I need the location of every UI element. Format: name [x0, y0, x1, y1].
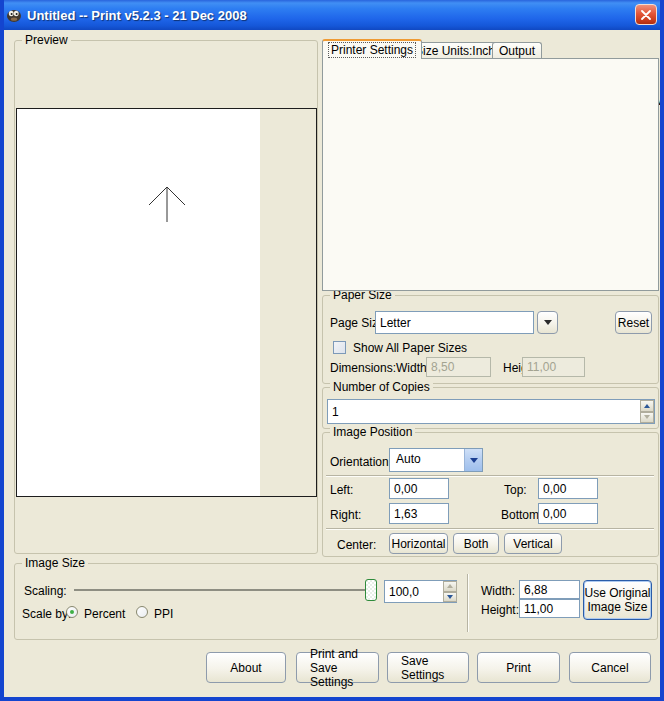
paper-width-field	[426, 357, 491, 377]
show-all-paper-sizes-label: Show All Paper Sizes	[353, 341, 467, 355]
center-vertical-button[interactable]: Vertical	[504, 533, 562, 554]
app-wilber-icon	[6, 7, 22, 23]
ppi-radio[interactable]	[136, 606, 148, 618]
tab-label: Output	[499, 44, 535, 58]
image-width-field[interactable]	[519, 580, 580, 599]
chevron-down-icon	[544, 320, 552, 325]
window-title: Untitled -- Print v5.2.3 - 21 Dec 2008	[27, 8, 247, 23]
scaling-label: Scaling:	[24, 584, 67, 598]
page-size-dropdown-button[interactable]	[537, 311, 558, 334]
orientation-arrow-icon	[147, 185, 187, 225]
percent-radio[interactable]	[66, 606, 78, 618]
orientation-combo[interactable]: Auto	[389, 448, 483, 472]
print-and-save-settings-button[interactable]: Print and Save Settings	[296, 652, 379, 683]
title-bar[interactable]: Untitled -- Print v5.2.3 - 21 Dec 2008	[0, 0, 664, 30]
preview-legend: Preview	[22, 33, 71, 47]
dimensions-width-label: Dimensions:Width:	[330, 361, 430, 375]
right-field[interactable]	[389, 503, 449, 524]
spin-down-icon[interactable]	[640, 412, 654, 424]
center-horizontal-button[interactable]: Horizontal	[389, 533, 448, 554]
separator	[326, 528, 654, 530]
print-button[interactable]: Print	[477, 652, 560, 683]
orientation-label: Orientation:	[330, 455, 392, 469]
center-label: Center:	[337, 538, 376, 552]
show-all-paper-sizes-checkbox[interactable]	[333, 341, 346, 354]
page-size-combo-entry[interactable]	[375, 311, 534, 334]
image-height-field[interactable]	[519, 599, 580, 618]
copies-spin-entry[interactable]	[327, 399, 655, 424]
left-field[interactable]	[389, 478, 449, 499]
copies-legend: Number of Copies	[330, 380, 433, 394]
close-icon	[641, 10, 651, 20]
scaling-spinner[interactable]	[443, 581, 457, 602]
spin-down-icon[interactable]	[443, 592, 457, 603]
tab-label: Printer Settings	[329, 43, 415, 57]
scaling-slider-handle[interactable]	[365, 579, 377, 601]
scale-by-label: Scale by:	[22, 607, 71, 621]
use-original-image-size-button[interactable]: Use Original Image Size	[583, 580, 652, 620]
preview-frame	[16, 108, 317, 497]
tab-label: Size Units:Inch	[415, 44, 495, 58]
cancel-button[interactable]: Cancel	[569, 652, 651, 683]
percent-radio-label: Percent	[84, 607, 125, 621]
tab-output[interactable]: Output	[492, 42, 542, 59]
spin-up-icon[interactable]	[640, 400, 654, 412]
image-height-label: Height:	[481, 603, 519, 617]
spin-up-icon[interactable]	[443, 581, 457, 592]
orientation-value: Auto	[390, 449, 464, 471]
separator	[326, 475, 654, 477]
ppi-radio-label: PPI	[154, 607, 173, 621]
copies-spinner[interactable]	[640, 400, 654, 423]
print-dialog-window: Untitled -- Print v5.2.3 - 21 Dec 2008 P…	[0, 0, 664, 701]
reset-button[interactable]: Reset	[615, 311, 652, 334]
save-settings-button[interactable]: Save Settings	[387, 652, 469, 683]
right-label: Right:	[330, 508, 361, 522]
bottom-field[interactable]	[538, 503, 598, 524]
close-button[interactable]	[635, 4, 657, 25]
about-button[interactable]: About	[206, 652, 286, 683]
separator	[467, 574, 469, 632]
image-position-legend: Image Position	[330, 425, 415, 439]
chevron-down-icon[interactable]	[464, 449, 482, 471]
top-label: Top:	[504, 483, 527, 497]
image-size-legend: Image Size	[22, 556, 88, 570]
top-field[interactable]	[538, 478, 598, 499]
tab-size-units[interactable]: Size Units:Inch	[408, 42, 502, 59]
scaling-slider-track[interactable]	[74, 589, 369, 591]
bottom-label: Bottom:	[501, 508, 542, 522]
image-width-label: Width:	[481, 584, 515, 598]
radio-dot	[70, 610, 74, 614]
paper-height-field	[522, 357, 585, 377]
preview-page[interactable]	[17, 109, 260, 496]
printer-settings-tab-pane	[322, 58, 659, 291]
center-both-button[interactable]: Both	[453, 533, 499, 554]
left-label: Left:	[330, 483, 353, 497]
tab-printer-settings[interactable]: Printer Settings	[322, 39, 422, 59]
